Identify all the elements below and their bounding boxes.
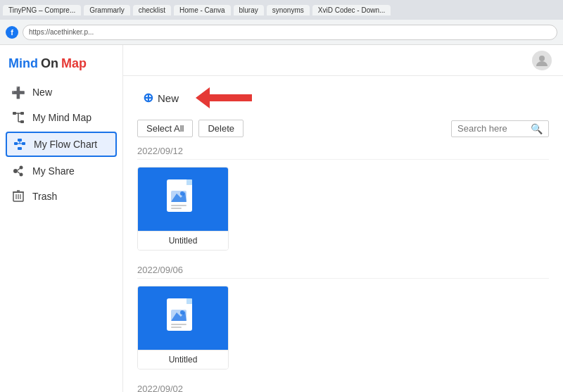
search-icon: 🔍 — [531, 123, 543, 134]
svg-rect-0 — [13, 112, 16, 115]
sidebar-trash-label: Trash — [32, 191, 57, 202]
toolbar: Select All Delete 🔍 — [137, 120, 549, 137]
svg-rect-34 — [186, 298, 192, 304]
sidebar: MindOnMap ➕ New My Mind Map — [0, 45, 123, 392]
sidebar-flow-chart-label: My Flow Chart — [34, 139, 97, 150]
date-label-1: 2022/09/12 — [137, 146, 549, 160]
tab-canva[interactable]: Home - Canva — [174, 5, 230, 15]
tab-synonyms[interactable]: synonyms — [267, 5, 310, 15]
svg-rect-1 — [20, 112, 24, 115]
sidebar-new[interactable]: ➕ New — [0, 80, 122, 105]
svg-marker-25 — [196, 87, 252, 108]
svg-point-24 — [539, 56, 545, 61]
user-avatar[interactable] — [532, 51, 552, 70]
header-bar — [123, 45, 563, 76]
svg-point-15 — [20, 173, 23, 177]
logo-map: Map — [61, 56, 87, 71]
svg-rect-38 — [171, 324, 186, 325]
share-icon — [11, 164, 25, 178]
section-2022-09-12: 2022/09/12 — [137, 146, 549, 251]
new-button-label: New — [158, 92, 179, 104]
svg-rect-31 — [171, 205, 186, 206]
file-card[interactable]: Untitled — [137, 167, 229, 251]
date-label-2: 2022/09/06 — [137, 265, 549, 279]
browser-tab-bar: TinyPNG – Compre... Grammarly checklist … — [0, 0, 563, 20]
cards-row-1: Untitled — [137, 167, 549, 251]
new-button-area: ⊕ New — [137, 87, 549, 108]
sidebar-item-flow-chart[interactable]: My Flow Chart — [6, 132, 117, 157]
app-container: MindOnMap ➕ New My Mind Map — [0, 45, 563, 392]
flow-chart-icon — [13, 137, 27, 151]
svg-rect-9 — [18, 147, 22, 150]
cards-row-2: Untitled — [137, 286, 549, 369]
favicon-facebook: f — [6, 26, 18, 39]
card-label: Untitled — [138, 350, 228, 369]
logo: MindOnMap — [0, 53, 122, 80]
url-bar[interactable]: https://acethinker.p... — [23, 25, 557, 40]
tab-xvid[interactable]: XviD Codec - Down... — [312, 5, 391, 15]
file-card[interactable]: Untitled — [137, 286, 229, 369]
sidebar-mind-map-label: My Mind Map — [32, 112, 91, 123]
select-all-button[interactable]: Select All — [137, 120, 193, 137]
trash-icon — [11, 189, 25, 203]
svg-point-37 — [180, 310, 184, 315]
red-arrow — [196, 87, 252, 108]
new-plus-icon: ⊕ — [143, 90, 153, 106]
card-label: Untitled — [138, 231, 228, 250]
svg-point-14 — [20, 166, 23, 170]
svg-line-17 — [18, 172, 20, 174]
svg-rect-39 — [171, 327, 182, 328]
svg-point-30 — [180, 191, 184, 196]
url-text: https://acethinker.p... — [29, 28, 94, 36]
section-2022-09-06: 2022/09/06 — [137, 265, 549, 369]
sidebar-item-mind-map[interactable]: My Mind Map — [0, 105, 122, 130]
sidebar-share-label: My Share — [32, 165, 75, 177]
svg-point-13 — [13, 169, 18, 173]
card-thumbnail — [138, 167, 228, 231]
plus-icon: ➕ — [11, 85, 25, 99]
sidebar-item-trash[interactable]: Trash — [0, 184, 122, 209]
svg-rect-2 — [20, 120, 24, 123]
tab-grammarly[interactable]: Grammarly — [84, 5, 129, 15]
svg-rect-27 — [186, 179, 192, 185]
sidebar-new-label: New — [32, 87, 52, 98]
new-button[interactable]: ⊕ New — [137, 87, 184, 108]
search-box[interactable]: 🔍 — [451, 120, 549, 137]
card-thumbnail — [138, 286, 228, 350]
logo-on: On — [41, 56, 58, 71]
svg-rect-7 — [22, 142, 25, 145]
logo-mind: Mind — [8, 56, 38, 71]
mind-map-icon — [11, 110, 25, 125]
search-input[interactable] — [457, 123, 528, 134]
browser-address-bar: f https://acethinker.p... — [0, 20, 563, 45]
tab-checklist[interactable]: checklist — [133, 5, 171, 15]
sidebar-item-share[interactable]: My Share — [0, 158, 122, 184]
toolbar-left: Select All Delete — [137, 120, 243, 137]
svg-rect-6 — [14, 142, 18, 145]
section-2022-09-02: 2022/09/02 — [137, 384, 549, 392]
main-content: ⊕ New Select All Delete 🔍 — [123, 76, 563, 392]
delete-button[interactable]: Delete — [198, 120, 243, 137]
svg-line-16 — [18, 169, 20, 171]
tab-bluray[interactable]: bluray — [234, 5, 264, 15]
tab-tinypng[interactable]: TinyPNG – Compre... — [3, 5, 81, 15]
main-area: ⊕ New Select All Delete 🔍 — [123, 45, 563, 392]
svg-rect-32 — [171, 208, 182, 209]
date-label-3: 2022/09/02 — [137, 384, 549, 392]
